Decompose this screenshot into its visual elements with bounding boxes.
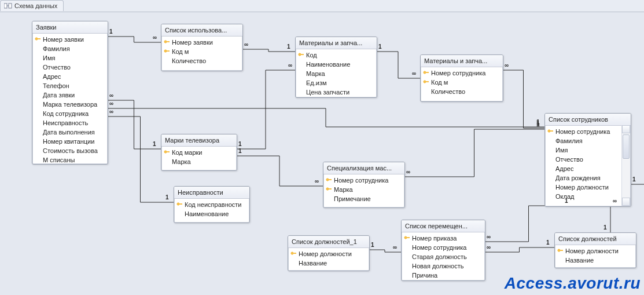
- table-neispravnosti[interactable]: НеисправностиКод неисправностиНаименован…: [174, 186, 250, 223]
- field[interactable]: Стоимость вызова: [32, 146, 108, 155]
- field[interactable]: Номер сотрудника: [402, 243, 485, 252]
- tab-schema[interactable]: Схема данных: [0, 0, 64, 11]
- field[interactable]: Имя: [545, 145, 631, 155]
- field[interactable]: Дата выполнения: [32, 128, 108, 137]
- table-title: Материалы и запча...: [421, 55, 503, 67]
- field[interactable]: Наименование: [174, 209, 249, 218]
- primary-key-field[interactable]: Номер сотрудника: [421, 68, 503, 78]
- table-body: Код неисправностиНаименование: [174, 199, 249, 221]
- table-body: Номер должностиНазвание: [555, 245, 636, 267]
- primary-key-field[interactable]: Код м: [161, 47, 242, 56]
- primary-key-field[interactable]: Код: [296, 50, 377, 60]
- table-title: Марки телевизора: [161, 134, 237, 147]
- field[interactable]: Название: [555, 256, 636, 265]
- primary-key-field[interactable]: Номер приказа: [402, 234, 485, 243]
- primary-key-field[interactable]: Код марки: [161, 148, 237, 157]
- cardinality-label: ∞: [487, 234, 491, 240]
- table-body: Номер заявкиКод мКоличество: [161, 37, 242, 68]
- cardinality-label: ∞: [505, 62, 509, 68]
- cardinality-label: ∞: [288, 62, 292, 68]
- table-title: Заявки: [32, 21, 108, 34]
- cardinality-label: ∞: [412, 70, 416, 77]
- table-body: Номер должностиНазвание: [288, 248, 369, 270]
- cardinality-label: ∞: [109, 108, 113, 115]
- field[interactable]: Имя: [32, 53, 108, 63]
- primary-key-field[interactable]: Код неисправности: [174, 200, 249, 209]
- primary-key-field[interactable]: Номер сотрудника: [323, 176, 404, 185]
- table-title: Материалы и запча...: [296, 37, 377, 49]
- field[interactable]: Название: [288, 258, 369, 268]
- table-title: Неисправности: [174, 187, 249, 199]
- cardinality-label: 1: [546, 239, 550, 246]
- table-body: Номер приказаНомер сотрудникаСтарая долж…: [402, 232, 485, 281]
- field[interactable]: Дата зявки: [32, 90, 108, 100]
- field[interactable]: Примечание: [323, 194, 404, 203]
- field[interactable]: Наименование: [296, 60, 377, 69]
- field[interactable]: Неисправность: [32, 118, 108, 128]
- field[interactable]: Дата рождения: [545, 173, 631, 183]
- field[interactable]: Отчество: [32, 63, 108, 72]
- field[interactable]: Фамилия: [32, 44, 108, 53]
- field[interactable]: Количество: [161, 56, 242, 65]
- table-body: Код маркиМарка: [161, 147, 237, 169]
- table-title: Список перемещен...: [402, 220, 485, 232]
- field[interactable]: Фамилия: [545, 136, 631, 145]
- primary-key-field[interactable]: Марка: [323, 185, 404, 194]
- primary-key-field[interactable]: Номер сотрудника: [545, 127, 631, 136]
- field[interactable]: Код сотрудника: [32, 109, 108, 118]
- primary-key-field[interactable]: Номер должности: [555, 246, 636, 256]
- table-body: Номер сотрудникаКод мКоличество: [421, 67, 503, 99]
- table-sotrudniki[interactable]: Список сотрудниковНомер сотрудникаФамили…: [544, 113, 631, 207]
- cardinality-label: ∞: [244, 41, 248, 48]
- field[interactable]: Причина: [402, 271, 485, 280]
- primary-key-field[interactable]: Код м: [421, 78, 503, 87]
- field[interactable]: Марка: [161, 157, 237, 166]
- table-zayavki[interactable]: ЗаявкиНомер заявкиФамилияИмяОтчествоАдре…: [32, 21, 108, 165]
- table-spisok_ispolz[interactable]: Список использова...Номер заявкиКод мКол…: [161, 24, 243, 71]
- field[interactable]: Оклад: [545, 192, 631, 201]
- field[interactable]: Номер должности: [545, 183, 631, 192]
- table-body: КодНаименованиеМаркаЕд.измЦена запчасти: [296, 49, 377, 97]
- field[interactable]: Старая должность: [402, 252, 485, 261]
- field[interactable]: Количество: [421, 87, 503, 96]
- table-spisok_peremesh[interactable]: Список перемещен...Номер приказаНомер со…: [401, 220, 485, 281]
- table-materialy1[interactable]: Материалы и запча...КодНаименованиеМарка…: [295, 37, 377, 98]
- table-body: Номер сотрудникаМаркаПримечание: [323, 174, 404, 206]
- cardinality-label: ∞: [109, 92, 113, 99]
- cardinality-label: ∞: [613, 198, 617, 204]
- primary-key-field[interactable]: Номер должности: [288, 249, 369, 258]
- table-spec_mas[interactable]: Специализация мас...Номер сотрудникаМарк…: [323, 162, 405, 208]
- field[interactable]: Цена запчасти: [296, 88, 377, 97]
- cardinality-label: ∞: [406, 169, 410, 175]
- field[interactable]: Адрес: [32, 72, 108, 81]
- cardinality-label: 1: [238, 141, 242, 147]
- table-title: Список должностей: [555, 233, 636, 245]
- cardinality-label: 1: [371, 242, 374, 248]
- field[interactable]: Отчество: [545, 155, 631, 164]
- primary-key-field[interactable]: Номер заявки: [32, 35, 108, 44]
- field[interactable]: Адрес: [545, 164, 631, 173]
- cardinality-label: 1: [632, 176, 636, 183]
- cardinality-label: 1: [153, 141, 156, 147]
- table-dolzhnosti1[interactable]: Список должностей_1Номер должностиНазван…: [288, 235, 370, 271]
- svg-rect-1: [9, 3, 12, 8]
- primary-key-field[interactable]: Номер заявки: [161, 38, 242, 47]
- field[interactable]: Номер квитанции: [32, 137, 108, 146]
- field[interactable]: Ед.изм: [296, 78, 377, 88]
- cardinality-label: 1: [603, 224, 607, 231]
- diagram-canvas[interactable]: ЗаявкиНомер заявкиФамилияИмяОтчествоАдре…: [0, 12, 644, 295]
- table-title: Специализация мас...: [323, 162, 404, 174]
- svg-rect-0: [4, 3, 7, 8]
- scrollbar[interactable]: [621, 125, 630, 206]
- field[interactable]: Марка телевизора: [32, 100, 108, 109]
- table-marki_tv[interactable]: Марки телевизораКод маркиМарка: [161, 134, 237, 171]
- field[interactable]: М списаны: [32, 155, 108, 164]
- table-materialy2[interactable]: Материалы и запча...Номер сотрудникаКод …: [420, 54, 503, 102]
- cardinality-label: ∞: [315, 178, 319, 184]
- field[interactable]: Марка: [296, 69, 377, 78]
- scrollbar-thumb[interactable]: [623, 134, 630, 159]
- table-dolzhnosti[interactable]: Список должностейНомер должностиНазвание: [554, 232, 636, 268]
- field[interactable]: Телефон: [32, 81, 108, 90]
- tab-label: Схема данных: [14, 2, 57, 9]
- field[interactable]: Новая должность: [402, 261, 485, 271]
